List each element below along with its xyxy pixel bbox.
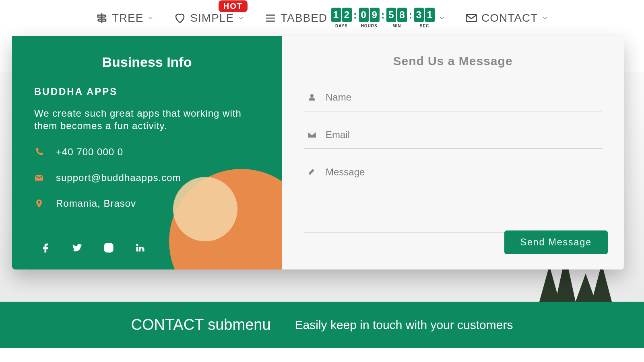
nav-tabbed[interactable]: TABBED 1 2 DAYS : 0 9 HOURS : 5: [264, 8, 445, 28]
nav-contact[interactable]: CONTACT: [465, 12, 548, 25]
name-field[interactable]: Name: [304, 86, 602, 111]
company-name: BUDDHA APPS: [34, 86, 260, 97]
contact-form-panel: Send Us a Message Name Email Message Sen…: [282, 36, 624, 269]
email-field[interactable]: Email: [304, 123, 602, 149]
nav-tree-label: TREE: [112, 12, 144, 25]
countdown-min-d1: 8: [397, 8, 407, 22]
envelope-icon: [307, 130, 317, 140]
bottom-banner: CONTACT submenu Easily keep in touch wit…: [0, 302, 644, 348]
phone-icon: [34, 147, 44, 157]
countdown-hours-label: HOURS: [361, 24, 378, 28]
phone-value: +40 700 000 0: [56, 146, 123, 158]
message-field[interactable]: Message: [304, 161, 602, 232]
message-label: Message: [326, 167, 365, 178]
person-icon: [307, 93, 317, 102]
countdown-hours-d1: 9: [370, 8, 380, 22]
heart-icon: [174, 12, 186, 24]
email-value: support@buddhaapps.com: [56, 172, 181, 183]
countdown-min-d0: 5: [386, 8, 396, 22]
name-label: Name: [326, 92, 351, 103]
social-links: [40, 242, 146, 253]
hot-badge: HOT: [219, 0, 248, 12]
chevron-down-icon: [542, 15, 548, 21]
linkedin-icon[interactable]: [134, 242, 146, 253]
countdown-timer: 1 2 DAYS : 0 9 HOURS : 5 8 MIN: [331, 8, 435, 28]
chevron-down-icon: [439, 15, 445, 21]
business-info-panel: Business Info BUDDHA APPS We create such…: [12, 36, 282, 269]
nav-tree[interactable]: TREE: [96, 12, 154, 25]
countdown-days-d1: 2: [342, 8, 352, 22]
banner-title: CONTACT submenu: [131, 316, 271, 333]
svg-point-6: [111, 245, 111, 245]
banner-subtitle: Easily keep in touch with your customers: [295, 318, 513, 332]
countdown-sec-d0: 3: [414, 8, 424, 22]
facebook-icon[interactable]: [40, 242, 52, 253]
svg-point-5: [107, 246, 110, 249]
countdown-sec-d1: 1: [425, 8, 435, 22]
nav-contact-label: CONTACT: [481, 12, 538, 25]
envelope-icon: [34, 173, 44, 183]
countdown-days-label: DAYS: [335, 24, 348, 28]
email-label: Email: [326, 129, 350, 140]
form-title: Send Us a Message: [304, 54, 602, 68]
countdown-days-d0: 1: [331, 8, 341, 22]
edit-icon: [307, 167, 317, 176]
signpost-icon: [96, 12, 108, 24]
countdown-hours-d0: 0: [359, 8, 369, 22]
svg-point-7: [310, 94, 314, 97]
nav-simple-label: SIMPLE: [190, 12, 234, 25]
twitter-icon[interactable]: [72, 242, 83, 253]
company-description: We create such great apps that working w…: [34, 107, 260, 132]
map-pin-icon: [34, 199, 44, 208]
send-message-button[interactable]: Send Message: [504, 230, 608, 254]
chevron-down-icon: [147, 15, 154, 21]
nav-simple[interactable]: SIMPLE HOT: [174, 12, 244, 25]
nav-tabbed-label: TABBED: [281, 12, 327, 25]
countdown-sec-label: SEC: [420, 24, 429, 28]
rows-icon: [264, 12, 277, 24]
mail-icon: [465, 12, 477, 24]
decorative-circle-tan: [173, 177, 237, 241]
countdown-min-label: MIN: [392, 24, 401, 28]
top-nav: TREE SIMPLE HOT TABBED 1 2 DAYS : 0 9: [0, 0, 644, 36]
phone-line: +40 700 000 0: [34, 146, 260, 158]
chevron-down-icon: [238, 15, 244, 21]
contact-dropdown-panel: Business Info BUDDHA APPS We create such…: [12, 36, 624, 269]
business-info-title: Business Info: [34, 54, 260, 70]
address-value: Romania, Brasov: [56, 198, 136, 209]
instagram-icon[interactable]: [103, 242, 114, 253]
